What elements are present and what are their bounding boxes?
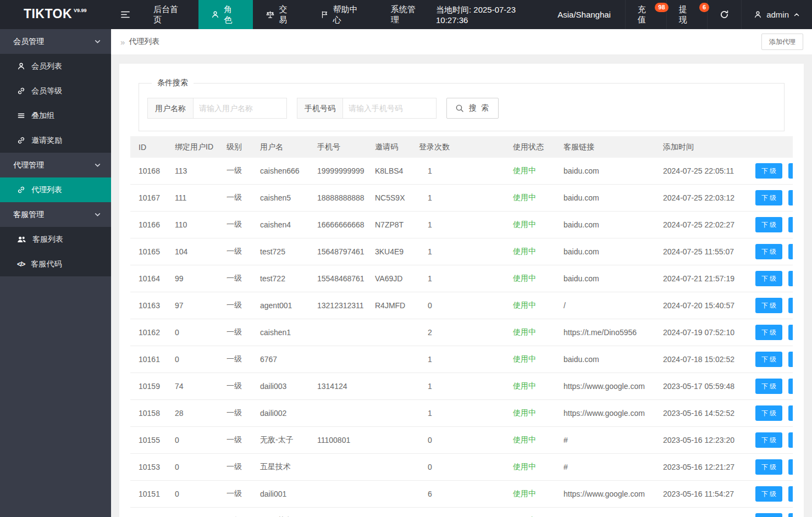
cell-actions: 下级密码编辑禁用 [747,481,793,508]
sidebar-group-service-manage[interactable]: 客服管理 [0,202,111,227]
nav-role[interactable]: 角色 [198,0,252,29]
cell-invite-code: 3KU4E9 [367,238,411,265]
table-row: 10167111一级caishen518888888888NC5S9X1使用中b… [130,185,793,212]
cell-bind-user-id: 99 [167,265,218,292]
search-icon [455,104,464,113]
cell-added-time: 2024-07-25 22:05:11 [655,158,747,185]
users-icon [17,235,26,243]
cell-login-count: 1 [411,185,505,212]
add-agent-button[interactable]: 添加代理 [761,34,803,50]
sidebar-item-agent-list[interactable]: 代理列表 [0,177,111,202]
cell-added-time: 2024-07-21 21:57:19 [655,265,747,292]
cell-id: 10164 [130,265,167,292]
cell-level: 一级 [218,185,252,212]
password-button[interactable]: 密码 [788,459,793,475]
subordinate-button[interactable]: 下级 [755,217,782,232]
phone-label: 手机号码 [297,98,343,119]
cell-bind-user-id: 0 [167,319,218,346]
hamburger-menu-icon[interactable] [110,0,141,29]
sidebar-group-member-manage[interactable]: 会员管理 [0,29,111,54]
top-header: TIKTOK V9.99 后台首页角色交易帮助中心系统管理 当地时间: 2025… [0,0,812,29]
cell-login-count: 0 [411,454,505,481]
table-row: 1015974一级daili00313141241使用中https://www.… [130,373,793,400]
cell-added-time: 2023-05-16 12:21:27 [655,454,747,481]
cell-id: 10159 [130,373,167,400]
password-button[interactable]: 密码 [788,163,793,179]
cell-level: 一级 [218,481,252,508]
subordinate-button[interactable]: 下级 [755,163,782,179]
table-row: 10166110一级caishen416666666668N7ZP8T1使用中b… [130,212,793,238]
cell-status: 使用中 [505,346,555,373]
subordinate-button[interactable]: 下级 [755,298,782,313]
cell-actions: 下级密码编辑禁用 [747,427,793,454]
sidebar-item-service-list[interactable]: 客服列表 [0,227,111,252]
cell-login-count: 1 [411,373,505,400]
password-button[interactable]: 密码 [788,271,793,286]
cell-username: agent001 [252,292,309,319]
cell-invite-code [367,454,411,481]
subordinate-button[interactable]: 下级 [755,325,782,340]
sidebar-group-agent-manage[interactable]: 代理管理 [0,153,111,177]
phone-input[interactable] [343,98,437,119]
password-button[interactable]: 密码 [788,325,793,340]
cell-level: 一级 [218,400,252,427]
cell-level: 一级 [218,212,252,238]
search-button[interactable]: 搜 索 [446,98,499,119]
subordinate-button[interactable]: 下级 [755,459,782,475]
column-header: 使用状态 [505,136,555,158]
username-input[interactable] [194,98,287,119]
password-button[interactable]: 密码 [788,379,793,394]
nav-system-manage[interactable]: 系统管理 [378,0,436,29]
subordinate-button[interactable]: 下级 [755,244,782,259]
table-row: 101550一级无敌-太子111008010使用中#2023-05-16 12:… [130,427,793,454]
cell-status: 使用中 [505,400,555,427]
cell-added-time: 2023-05-16 11:54:27 [655,481,747,508]
cell-service-link: baidu.com [555,346,655,373]
nav-trade[interactable]: 交易 [253,0,308,29]
cell-phone [309,508,367,517]
subordinate-button[interactable]: 下级 [755,513,782,517]
cell-service-link: # [555,454,655,481]
sidebar-item-stack-group[interactable]: 叠加组 [0,103,111,128]
cell-login-count: 1 [411,212,505,238]
password-button[interactable]: 密码 [788,432,793,448]
recharge-button[interactable]: 充值 98 [625,0,666,29]
nav-backend-home[interactable]: 后台首页 [141,0,198,29]
password-button[interactable]: 密码 [788,513,793,517]
refresh-button[interactable] [707,0,741,29]
admin-menu[interactable]: admin [741,0,812,29]
cell-actions: 下级密码编辑禁用 [747,185,793,212]
password-button[interactable]: 密码 [788,405,793,421]
cell-login-count: 1 [411,400,505,427]
password-button[interactable]: 密码 [788,298,793,313]
sidebar-item-invite-reward[interactable]: 邀请奖励 [0,128,111,153]
cell-status: 使用中 [505,238,555,265]
subordinate-button[interactable]: 下级 [755,432,782,448]
nav-help-center[interactable]: 帮助中心 [308,0,378,29]
sidebar-item-member-list[interactable]: 会员列表 [0,54,111,79]
cell-service-link: baidu.com [555,185,655,212]
password-button[interactable]: 密码 [788,244,793,259]
sidebar-item-label: 客服代码 [31,259,62,269]
subordinate-button[interactable]: 下级 [755,271,782,286]
main-content: » 代理列表 添加代理 条件搜索 用户名称 手机号码 [111,29,812,517]
cell-added-time: 2024-07-19 07:52:10 [655,319,747,346]
password-button[interactable]: 密码 [788,190,793,205]
sidebar-item-service-code[interactable]: </>客服代码 [0,252,111,276]
subordinate-button[interactable]: 下级 [755,352,782,367]
password-button[interactable]: 密码 [788,486,793,502]
subordinate-button[interactable]: 下级 [755,486,782,502]
subordinate-button[interactable]: 下级 [755,405,782,421]
username-input-group: 用户名称 [147,98,287,119]
withdraw-button[interactable]: 提现 6 [666,0,708,29]
password-button[interactable]: 密码 [788,352,793,367]
cell-added-time: 2024-07-25 11:55:07 [655,238,747,265]
password-button[interactable]: 密码 [788,217,793,232]
cell-phone: 1314124 [309,373,367,400]
cell-bind-user-id: 28 [167,400,218,427]
cell-level: 一级 [218,265,252,292]
subordinate-button[interactable]: 下级 [755,379,782,394]
sidebar-item-member-level[interactable]: 会员等级 [0,79,111,103]
table-body: 10168113一级caishen66619999999999K8LBS41使用… [130,158,793,517]
subordinate-button[interactable]: 下级 [755,190,782,205]
